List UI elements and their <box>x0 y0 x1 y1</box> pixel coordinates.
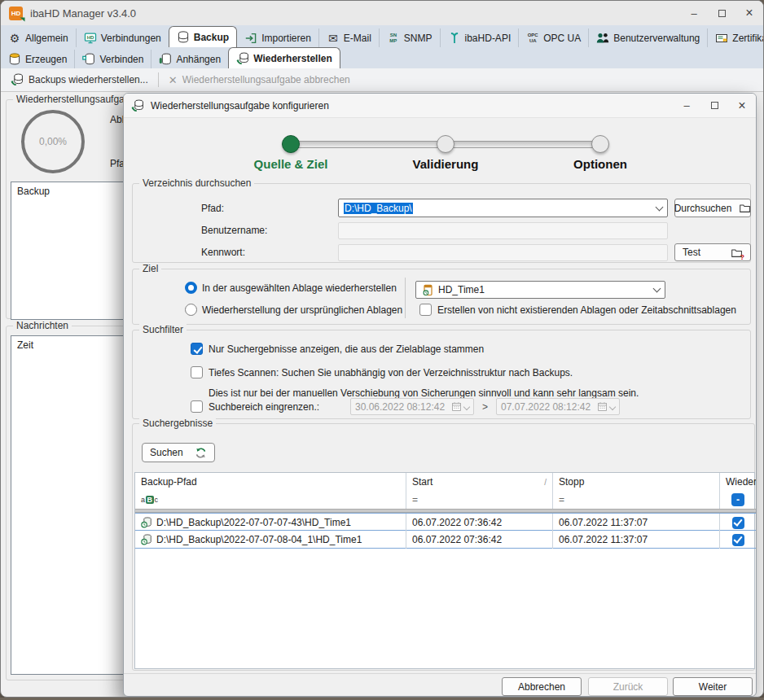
column-header-backup-pfad[interactable]: Backup-Pfad <box>135 473 406 491</box>
limit-search-range-checkbox[interactable] <box>191 400 203 413</box>
main-tabstrip: ⚙ Allgemein Verbindungen Backup Importie… <box>1 25 763 47</box>
restore-checkbox[interactable] <box>732 517 744 529</box>
chevron-down-icon <box>609 403 616 409</box>
table-row[interactable]: D:\HD_Backup\2022-07-07-07-43\HD_Time1 0… <box>135 513 756 531</box>
db-restore-icon <box>131 99 144 112</box>
range-to-datetime[interactable]: 07.07.2022 08:12:42 <box>496 398 620 415</box>
checkbox-label[interactable]: Nur Suchergebnisse anzeigen, die aus der… <box>209 343 484 355</box>
column-header-start[interactable]: Start / <box>406 473 552 491</box>
main-window: HD ibaHD Manager v3.4.0 – × ⚙ Allgemein … <box>0 0 764 698</box>
back-button[interactable]: Zurück <box>588 677 668 696</box>
restore-checkbox[interactable] <box>732 534 744 546</box>
restore-backups-button[interactable]: Backups wiederherstellen... <box>1 68 158 91</box>
users-icon <box>596 32 609 45</box>
hd-monitor-icon <box>84 32 97 45</box>
filter-cell-restore[interactable]: - <box>719 491 756 509</box>
progress-value: 0,00% <box>39 136 67 147</box>
equals-filter-icon: = <box>559 494 564 505</box>
tab-label: Allgemein <box>25 33 68 44</box>
tab-ibahd-api[interactable]: ibaHD-API <box>440 28 519 47</box>
radio-label[interactable]: Wiederherstellung der ursprünglichen Abl… <box>202 304 402 316</box>
test-button[interactable]: Test ? <box>674 243 751 261</box>
radio-label[interactable]: In der ausgewählten Ablage wiederherstel… <box>202 282 397 294</box>
tab-erzeugen[interactable]: Erzeugen <box>1 50 74 68</box>
tab-opc-ua[interactable]: OPCUA OPC UA <box>518 28 588 47</box>
cancel-button[interactable]: Abbrechen <box>502 677 582 696</box>
chevron-down-icon <box>463 403 470 409</box>
snmp-icon: SNMP <box>387 32 400 45</box>
button-label: Suchen <box>150 447 183 458</box>
tab-zertifikate[interactable]: Zertifikate <box>707 28 764 47</box>
tab-snmp[interactable]: SNMP SNMP <box>379 28 440 47</box>
import-icon <box>244 32 257 45</box>
tab-label: Backup <box>194 32 229 43</box>
backup-path-cell: D:\HD_Backup\2022-07-07-07-43\HD_Time1 <box>156 517 351 528</box>
main-titlebar: HD ibaHD Manager v3.4.0 – × <box>1 1 763 25</box>
restore-progress-donut: 0,00% <box>21 110 85 173</box>
configure-restore-task-dialog: Wiederherstellungsaufgabe konfigurieren … <box>123 93 757 697</box>
checkbox-label[interactable]: Suchbereich eingrenzen.: <box>209 401 319 413</box>
next-button[interactable]: Weiter <box>673 677 753 696</box>
stop-cell: 06.07.2022 11:37:07 <box>559 517 648 528</box>
target-store-only-checkbox[interactable] <box>191 343 203 355</box>
close-icon: × <box>745 6 753 20</box>
hd-time-store-icon <box>421 283 434 296</box>
tab-verbinden[interactable]: Verbinden <box>74 50 151 68</box>
password-field[interactable] <box>338 244 668 261</box>
abort-x-icon: ✕ <box>169 74 178 86</box>
column-header-stopp[interactable]: Stopp <box>552 473 719 491</box>
tab-email[interactable]: ✉ E-Mail <box>318 28 379 47</box>
minimize-button[interactable]: – <box>680 1 708 25</box>
maximize-button[interactable] <box>708 1 735 25</box>
dialog-maximize-button[interactable] <box>700 94 728 118</box>
browse-button[interactable]: Durchsuchen <box>674 199 751 217</box>
restore-original-stores-radio[interactable] <box>185 304 197 316</box>
target-store-combobox[interactable]: HD_Time1 <box>415 281 665 299</box>
button-label: Abbrechen <box>518 681 565 693</box>
step-dot-quelle-ziel <box>282 135 300 153</box>
chevron-down-icon <box>656 203 664 211</box>
app-logo-icon: HD <box>9 7 23 20</box>
tab-verbindungen[interactable]: Verbindungen <box>76 28 169 47</box>
gear-icon: ⚙ <box>8 32 21 45</box>
results-table[interactable]: Backup-Pfad Start / Stopp Wiederhers... … <box>134 472 755 669</box>
hd-backup-icon <box>141 534 152 545</box>
sort-ascending-icon: / <box>544 478 547 487</box>
table-row[interactable]: D:\HD_Backup\2022-07-07-08-04_1\HD_Time1… <box>135 531 756 549</box>
checkbox-label[interactable]: Tiefes Scannen: Suchen Sie unabhängig vo… <box>209 367 573 378</box>
tab-allgemein[interactable]: ⚙ Allgemein <box>1 28 76 47</box>
button-label: Weiter <box>699 681 727 693</box>
username-field[interactable] <box>338 222 668 239</box>
step-label-quelle-ziel: Quelle & Ziel <box>222 157 360 171</box>
path-combobox[interactable]: D:\HD_Backup\ <box>338 199 668 217</box>
search-button[interactable]: Suchen <box>142 443 215 462</box>
range-from-datetime[interactable]: 30.06.2022 08:12:42 <box>350 398 474 415</box>
db-connect-icon <box>82 53 95 66</box>
dialog-close-button[interactable]: × <box>728 94 756 118</box>
tab-label: Importieren <box>261 33 311 44</box>
backup-path-cell: D:\HD_Backup\2022-07-07-08-04_1\HD_Time1 <box>156 534 362 545</box>
tab-anhaengen[interactable]: Anhängen <box>151 50 228 68</box>
filter-cell-start[interactable]: = <box>406 491 552 509</box>
groupbox-title: Ziel <box>139 263 161 274</box>
close-button[interactable]: × <box>735 1 763 25</box>
start-cell: 06.07.2022 07:36:42 <box>412 517 502 528</box>
tab-wiederherstellen[interactable]: Wiederherstellen <box>228 47 340 68</box>
tab-label: Anhängen <box>176 54 221 65</box>
tab-backup[interactable]: Backup <box>169 26 237 47</box>
tab-benutzerverwaltung[interactable]: Benutzerverwaltung <box>588 28 707 47</box>
tristate-filter-icon: - <box>731 493 744 506</box>
deep-scan-checkbox[interactable] <box>191 366 203 378</box>
divider <box>405 278 406 318</box>
button-label: Durchsuchen <box>674 203 732 214</box>
envelope-icon: ✉ <box>327 32 340 45</box>
create-missing-stores-checkbox[interactable] <box>419 304 432 316</box>
tab-importieren[interactable]: Importieren <box>237 28 318 47</box>
checkbox-label[interactable]: Erstellen von nicht existierenden Ablage… <box>437 304 736 316</box>
restore-to-selected-store-radio[interactable] <box>185 282 197 294</box>
filter-cell-stopp[interactable]: = <box>552 491 719 509</box>
filter-cell-path[interactable]: aBc <box>135 491 406 509</box>
column-header-wiederherstellen[interactable]: Wiederhers... <box>719 473 756 491</box>
dialog-minimize-button[interactable]: – <box>673 94 700 118</box>
abort-restore-task-button[interactable]: ✕ Wiederherstellungsaufgabe abbrechen <box>159 68 360 91</box>
